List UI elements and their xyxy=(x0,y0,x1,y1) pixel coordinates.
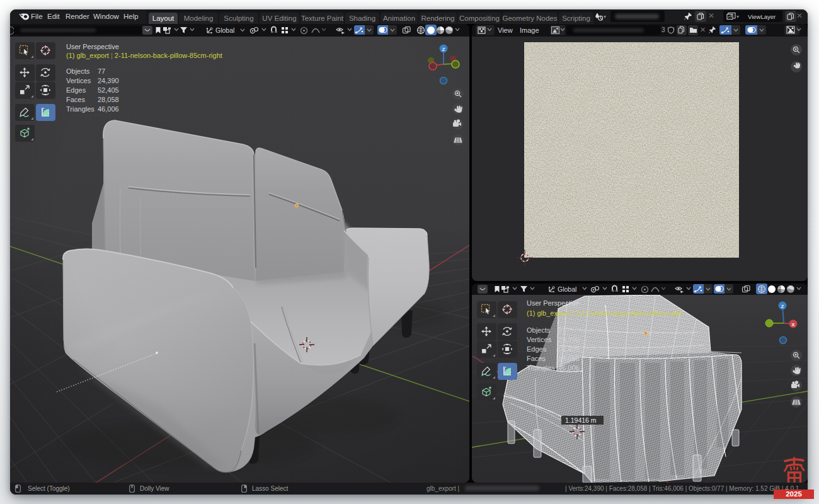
svg-text:Z: Z xyxy=(781,304,784,309)
svg-text:Faces: Faces xyxy=(527,355,546,362)
svg-text:52,405: 52,405 xyxy=(558,345,580,353)
svg-text:Objects: Objects xyxy=(527,326,551,334)
svg-text:Z: Z xyxy=(442,47,445,52)
svg-text:Edges: Edges xyxy=(527,345,547,353)
svg-text:77: 77 xyxy=(558,326,566,334)
svg-text:X: X xyxy=(791,322,795,328)
svg-text:User Perspective: User Perspective xyxy=(527,299,580,307)
svg-text:28,058: 28,058 xyxy=(558,355,580,362)
svg-text:(1) glb_export | 2-11-nelson-b: (1) glb_export | 2-11-nelson-back-pillow… xyxy=(527,309,683,317)
svg-text:Vertices: Vertices xyxy=(527,336,552,343)
svg-text:1.19416 m: 1.19416 m xyxy=(565,416,597,424)
svg-text:Triangles: Triangles xyxy=(527,364,555,372)
svg-text:46,006: 46,006 xyxy=(558,364,580,372)
svg-text:24,390: 24,390 xyxy=(558,336,580,343)
